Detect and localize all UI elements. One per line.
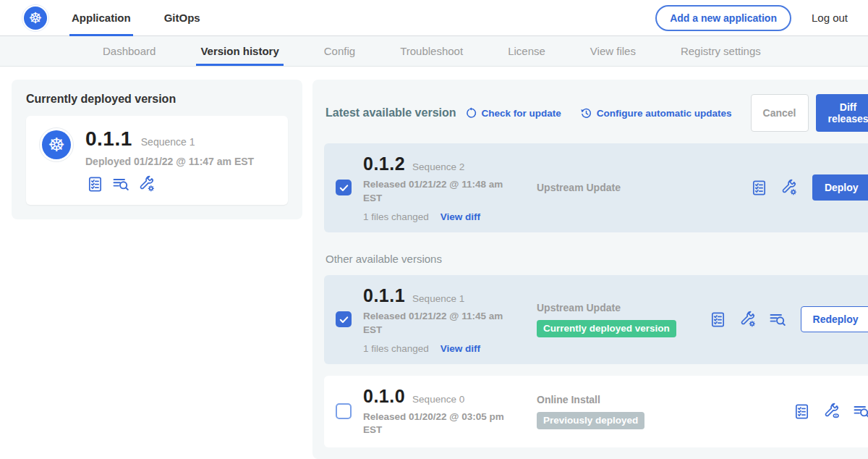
app-subnav: Dashboard Version history Config Trouble… <box>0 36 868 67</box>
version-number: 0.1.0 <box>363 386 405 407</box>
deploy-logs-icon[interactable] <box>111 174 130 193</box>
view-diff-link[interactable]: View diff <box>441 343 480 354</box>
currently-deployed-title: Currently deployed version <box>26 93 288 106</box>
subnav-tab-license[interactable]: License <box>506 36 547 66</box>
preflight-checks-icon[interactable] <box>750 178 769 197</box>
released-timestamp: Released 01/21/22 @ 11:48 am EST <box>363 178 508 206</box>
edit-config-icon[interactable] <box>137 174 156 193</box>
subnav-tab-registry-settings[interactable]: Registry settings <box>679 36 762 66</box>
version-source-label: Online Install <box>537 394 793 405</box>
subnav-tab-troubleshoot[interactable]: Troubleshoot <box>399 36 464 66</box>
add-new-application-button[interactable]: Add a new application <box>655 5 791 31</box>
preflight-checks-icon[interactable] <box>793 402 812 421</box>
version-checkbox[interactable] <box>336 180 352 195</box>
preflight-checks-icon[interactable] <box>85 174 104 193</box>
deploy-button[interactable]: Deploy <box>812 174 868 201</box>
version-source-label: Upstream Update <box>537 302 709 313</box>
diff-releases-button[interactable]: Diff releases <box>816 94 868 132</box>
app-logo: ☸ <box>22 4 49 32</box>
released-timestamp: Released 01/20/22 @ 03:05 pm EST <box>363 410 508 438</box>
view-diff-link[interactable]: View diff <box>441 211 480 222</box>
top-nav: ☸ Application GitOps Add a new applicati… <box>0 0 868 36</box>
currently-deployed-card: Currently deployed version ☸ 0.1.1 Seque… <box>12 80 302 219</box>
version-checkbox[interactable] <box>336 311 352 327</box>
latest-available-title: Latest available version <box>326 106 456 119</box>
edit-config-icon[interactable] <box>780 178 799 197</box>
other-available-versions-label: Other available versions <box>326 253 868 265</box>
check-for-update-link[interactable]: Check for update <box>465 107 561 119</box>
deployed-sequence-label: Sequence 1 <box>141 136 195 148</box>
version-number: 0.1.2 <box>363 153 405 174</box>
deploy-logs-icon[interactable] <box>852 402 868 421</box>
logout-button[interactable]: Log out <box>812 12 848 24</box>
checkmark-icon <box>339 182 349 193</box>
redeploy-button[interactable]: Redeploy <box>801 306 868 332</box>
deployed-timestamp: Deployed 01/21/22 @ 11:47 am EST <box>85 156 254 167</box>
tab-gitops[interactable]: GitOps <box>162 0 203 36</box>
version-number: 0.1.1 <box>363 285 405 306</box>
app-icon-ring: ☸ <box>39 127 74 162</box>
kubernetes-app-icon: ☸ <box>42 130 71 159</box>
cancel-button[interactable]: Cancel <box>751 94 809 132</box>
sequence-label: Sequence 1 <box>412 293 464 304</box>
subnav-tab-view-files[interactable]: View files <box>589 36 637 66</box>
version-checkbox[interactable] <box>336 403 352 419</box>
subnav-tab-version-history[interactable]: Version history <box>199 36 280 66</box>
previously-deployed-badge: Previously deployed <box>537 412 644 429</box>
auto-update-clock-icon <box>580 107 592 119</box>
tab-application[interactable]: Application <box>69 0 133 36</box>
version-history-panel: Latest available version Check for updat… <box>312 80 868 459</box>
view-config-icon[interactable] <box>822 402 841 421</box>
currently-deployed-badge: Currently deployed version <box>537 320 676 337</box>
refresh-icon <box>465 107 477 119</box>
version-row-0-1-2: 0.1.2 Sequence 2 Released 01/21/22 @ 11:… <box>324 143 868 232</box>
subnav-tab-dashboard[interactable]: Dashboard <box>101 36 157 66</box>
main-content: Currently deployed version ☸ 0.1.1 Seque… <box>0 67 868 459</box>
row-spacer <box>324 364 868 376</box>
checkmark-icon <box>339 314 349 325</box>
configure-automatic-updates-link[interactable]: Configure automatic updates <box>580 107 732 119</box>
version-row-0-1-1: 0.1.1 Sequence 1 Released 01/21/22 @ 11:… <box>324 275 868 364</box>
edit-config-icon[interactable] <box>739 310 757 329</box>
preflight-checks-icon[interactable] <box>709 310 728 329</box>
sequence-label: Sequence 0 <box>412 394 464 405</box>
files-changed-label: 1 files changed <box>363 211 429 222</box>
version-source-label: Upstream Update <box>537 182 750 193</box>
sequence-label: Sequence 2 <box>412 161 464 172</box>
subnav-tab-config[interactable]: Config <box>323 36 357 66</box>
deploy-logs-icon[interactable] <box>768 310 787 329</box>
kubernetes-logo-icon: ☸ <box>24 7 47 30</box>
deployed-version-number: 0.1.1 <box>85 127 132 151</box>
version-row-0-1-0: 0.1.0 Sequence 0 Released 01/20/22 @ 03:… <box>324 376 868 448</box>
deployed-version-card: ☸ 0.1.1 Sequence 1 Deployed 01/21/22 @ 1… <box>26 116 288 205</box>
released-timestamp: Released 01/21/22 @ 11:45 am EST <box>363 310 508 337</box>
files-changed-label: 1 files changed <box>363 343 429 354</box>
